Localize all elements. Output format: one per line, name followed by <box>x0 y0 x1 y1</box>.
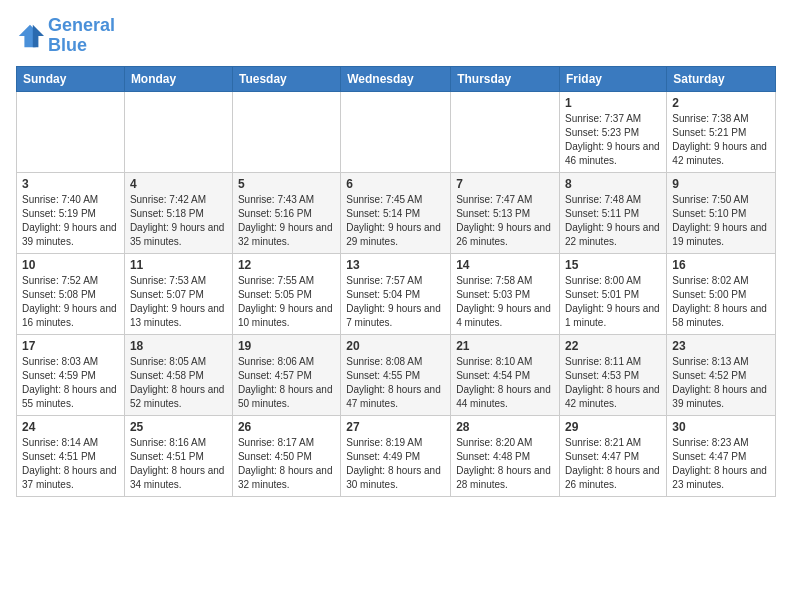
calendar-cell: 5Sunrise: 7:43 AM Sunset: 5:16 PM Daylig… <box>232 172 340 253</box>
day-info: Sunrise: 8:21 AM Sunset: 4:47 PM Dayligh… <box>565 436 661 492</box>
day-info: Sunrise: 8:17 AM Sunset: 4:50 PM Dayligh… <box>238 436 335 492</box>
day-number: 4 <box>130 177 227 191</box>
day-info: Sunrise: 7:42 AM Sunset: 5:18 PM Dayligh… <box>130 193 227 249</box>
calendar-cell: 29Sunrise: 8:21 AM Sunset: 4:47 PM Dayli… <box>560 415 667 496</box>
calendar-cell: 15Sunrise: 8:00 AM Sunset: 5:01 PM Dayli… <box>560 253 667 334</box>
calendar-cell: 11Sunrise: 7:53 AM Sunset: 5:07 PM Dayli… <box>124 253 232 334</box>
day-number: 1 <box>565 96 661 110</box>
logo-icon <box>16 22 44 50</box>
calendar-cell: 1Sunrise: 7:37 AM Sunset: 5:23 PM Daylig… <box>560 91 667 172</box>
day-number: 20 <box>346 339 445 353</box>
calendar-cell: 30Sunrise: 8:23 AM Sunset: 4:47 PM Dayli… <box>667 415 776 496</box>
day-number: 12 <box>238 258 335 272</box>
day-info: Sunrise: 8:05 AM Sunset: 4:58 PM Dayligh… <box>130 355 227 411</box>
day-number: 8 <box>565 177 661 191</box>
day-number: 17 <box>22 339 119 353</box>
day-number: 2 <box>672 96 770 110</box>
calendar-week-row: 10Sunrise: 7:52 AM Sunset: 5:08 PM Dayli… <box>17 253 776 334</box>
day-number: 14 <box>456 258 554 272</box>
day-info: Sunrise: 7:57 AM Sunset: 5:04 PM Dayligh… <box>346 274 445 330</box>
calendar-cell <box>451 91 560 172</box>
calendar-cell: 9Sunrise: 7:50 AM Sunset: 5:10 PM Daylig… <box>667 172 776 253</box>
calendar-cell: 19Sunrise: 8:06 AM Sunset: 4:57 PM Dayli… <box>232 334 340 415</box>
calendar-table: SundayMondayTuesdayWednesdayThursdayFrid… <box>16 66 776 497</box>
day-info: Sunrise: 7:52 AM Sunset: 5:08 PM Dayligh… <box>22 274 119 330</box>
day-info: Sunrise: 8:06 AM Sunset: 4:57 PM Dayligh… <box>238 355 335 411</box>
day-number: 30 <box>672 420 770 434</box>
weekday-header-wednesday: Wednesday <box>341 66 451 91</box>
calendar-cell: 18Sunrise: 8:05 AM Sunset: 4:58 PM Dayli… <box>124 334 232 415</box>
day-info: Sunrise: 7:40 AM Sunset: 5:19 PM Dayligh… <box>22 193 119 249</box>
calendar-cell: 24Sunrise: 8:14 AM Sunset: 4:51 PM Dayli… <box>17 415 125 496</box>
day-number: 29 <box>565 420 661 434</box>
day-info: Sunrise: 8:11 AM Sunset: 4:53 PM Dayligh… <box>565 355 661 411</box>
day-number: 19 <box>238 339 335 353</box>
day-info: Sunrise: 7:58 AM Sunset: 5:03 PM Dayligh… <box>456 274 554 330</box>
calendar-cell: 17Sunrise: 8:03 AM Sunset: 4:59 PM Dayli… <box>17 334 125 415</box>
day-info: Sunrise: 8:23 AM Sunset: 4:47 PM Dayligh… <box>672 436 770 492</box>
calendar-cell: 8Sunrise: 7:48 AM Sunset: 5:11 PM Daylig… <box>560 172 667 253</box>
day-number: 23 <box>672 339 770 353</box>
day-number: 5 <box>238 177 335 191</box>
day-number: 25 <box>130 420 227 434</box>
weekday-header-sunday: Sunday <box>17 66 125 91</box>
day-info: Sunrise: 8:16 AM Sunset: 4:51 PM Dayligh… <box>130 436 227 492</box>
calendar-week-row: 1Sunrise: 7:37 AM Sunset: 5:23 PM Daylig… <box>17 91 776 172</box>
calendar-cell: 26Sunrise: 8:17 AM Sunset: 4:50 PM Dayli… <box>232 415 340 496</box>
day-number: 11 <box>130 258 227 272</box>
day-info: Sunrise: 8:10 AM Sunset: 4:54 PM Dayligh… <box>456 355 554 411</box>
calendar-cell <box>124 91 232 172</box>
day-number: 22 <box>565 339 661 353</box>
day-info: Sunrise: 7:45 AM Sunset: 5:14 PM Dayligh… <box>346 193 445 249</box>
day-number: 24 <box>22 420 119 434</box>
calendar-cell: 21Sunrise: 8:10 AM Sunset: 4:54 PM Dayli… <box>451 334 560 415</box>
day-info: Sunrise: 8:00 AM Sunset: 5:01 PM Dayligh… <box>565 274 661 330</box>
calendar-week-row: 24Sunrise: 8:14 AM Sunset: 4:51 PM Dayli… <box>17 415 776 496</box>
day-number: 7 <box>456 177 554 191</box>
weekday-header-thursday: Thursday <box>451 66 560 91</box>
day-number: 3 <box>22 177 119 191</box>
logo: General Blue <box>16 16 115 56</box>
calendar-cell: 12Sunrise: 7:55 AM Sunset: 5:05 PM Dayli… <box>232 253 340 334</box>
calendar-cell: 14Sunrise: 7:58 AM Sunset: 5:03 PM Dayli… <box>451 253 560 334</box>
calendar-cell: 13Sunrise: 7:57 AM Sunset: 5:04 PM Dayli… <box>341 253 451 334</box>
day-info: Sunrise: 8:13 AM Sunset: 4:52 PM Dayligh… <box>672 355 770 411</box>
day-number: 21 <box>456 339 554 353</box>
calendar-cell: 6Sunrise: 7:45 AM Sunset: 5:14 PM Daylig… <box>341 172 451 253</box>
calendar-cell <box>232 91 340 172</box>
day-number: 16 <box>672 258 770 272</box>
calendar-week-row: 17Sunrise: 8:03 AM Sunset: 4:59 PM Dayli… <box>17 334 776 415</box>
day-info: Sunrise: 8:14 AM Sunset: 4:51 PM Dayligh… <box>22 436 119 492</box>
day-info: Sunrise: 7:48 AM Sunset: 5:11 PM Dayligh… <box>565 193 661 249</box>
day-info: Sunrise: 7:38 AM Sunset: 5:21 PM Dayligh… <box>672 112 770 168</box>
day-number: 13 <box>346 258 445 272</box>
day-number: 9 <box>672 177 770 191</box>
day-number: 18 <box>130 339 227 353</box>
page-container: General Blue SundayMondayTuesdayWednesda… <box>0 0 792 507</box>
day-info: Sunrise: 8:02 AM Sunset: 5:00 PM Dayligh… <box>672 274 770 330</box>
weekday-header-monday: Monday <box>124 66 232 91</box>
weekday-header-row: SundayMondayTuesdayWednesdayThursdayFrid… <box>17 66 776 91</box>
day-number: 6 <box>346 177 445 191</box>
day-number: 27 <box>346 420 445 434</box>
calendar-cell: 7Sunrise: 7:47 AM Sunset: 5:13 PM Daylig… <box>451 172 560 253</box>
calendar-week-row: 3Sunrise: 7:40 AM Sunset: 5:19 PM Daylig… <box>17 172 776 253</box>
day-info: Sunrise: 7:55 AM Sunset: 5:05 PM Dayligh… <box>238 274 335 330</box>
day-number: 26 <box>238 420 335 434</box>
page-header: General Blue <box>16 16 776 56</box>
calendar-cell: 10Sunrise: 7:52 AM Sunset: 5:08 PM Dayli… <box>17 253 125 334</box>
logo-text: General Blue <box>48 16 115 56</box>
weekday-header-saturday: Saturday <box>667 66 776 91</box>
calendar-cell: 20Sunrise: 8:08 AM Sunset: 4:55 PM Dayli… <box>341 334 451 415</box>
weekday-header-friday: Friday <box>560 66 667 91</box>
day-info: Sunrise: 7:43 AM Sunset: 5:16 PM Dayligh… <box>238 193 335 249</box>
calendar-cell <box>341 91 451 172</box>
day-info: Sunrise: 8:19 AM Sunset: 4:49 PM Dayligh… <box>346 436 445 492</box>
calendar-cell: 23Sunrise: 8:13 AM Sunset: 4:52 PM Dayli… <box>667 334 776 415</box>
calendar-cell: 16Sunrise: 8:02 AM Sunset: 5:00 PM Dayli… <box>667 253 776 334</box>
day-number: 28 <box>456 420 554 434</box>
day-info: Sunrise: 7:47 AM Sunset: 5:13 PM Dayligh… <box>456 193 554 249</box>
calendar-cell <box>17 91 125 172</box>
day-info: Sunrise: 8:08 AM Sunset: 4:55 PM Dayligh… <box>346 355 445 411</box>
calendar-cell: 2Sunrise: 7:38 AM Sunset: 5:21 PM Daylig… <box>667 91 776 172</box>
